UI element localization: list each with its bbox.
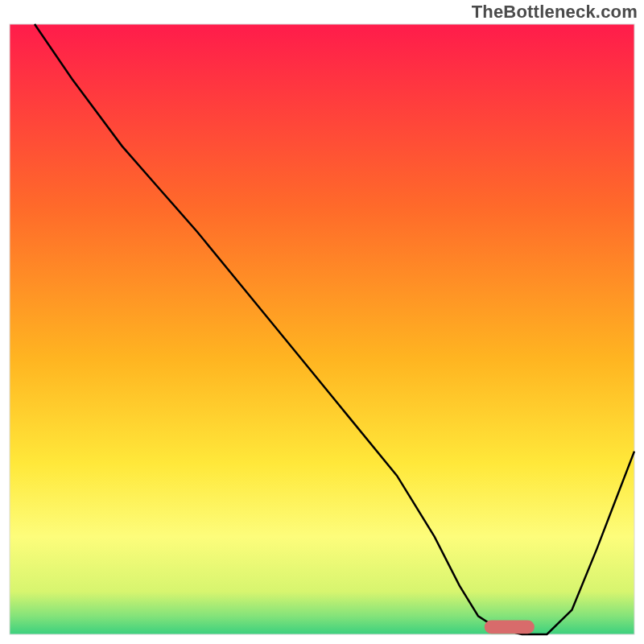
gradient-background — [10, 24, 634, 634]
chart-container: TheBottleneck.com — [0, 0, 644, 644]
optimal-marker — [485, 621, 535, 634]
bottleneck-plot — [0, 0, 644, 644]
plot-area — [10, 24, 634, 634]
